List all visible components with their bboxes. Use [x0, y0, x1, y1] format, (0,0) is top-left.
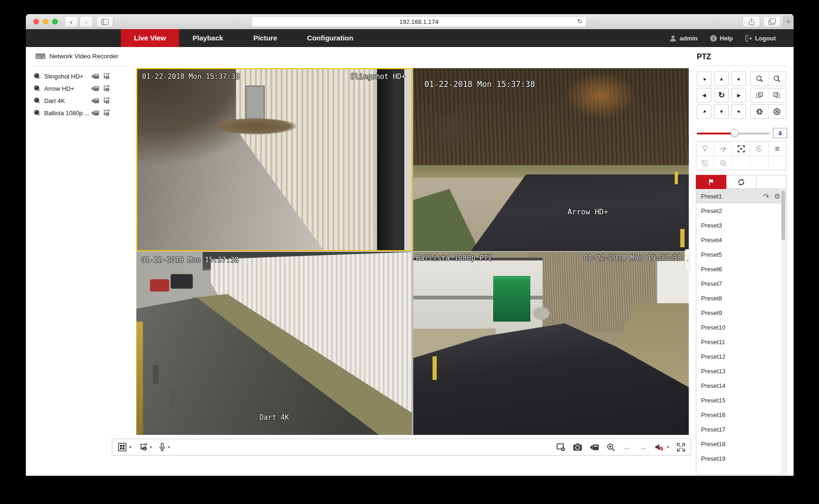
preset-item[interactable]: Preset18 [696, 437, 786, 451]
camera-item-dart[interactable]: Dart 4K 1 [33, 95, 131, 106]
set-preset-icon[interactable]: ⚙ [774, 189, 780, 204]
stream-type-button[interactable]: 1 [139, 443, 147, 451]
tab-pattern[interactable] [756, 175, 787, 189]
previous-page-button[interactable]: ← [623, 443, 631, 451]
panel-collapse-handle[interactable]: ‹ [685, 249, 691, 271]
video-cell-dart[interactable]: 01-22-2018 Mon 15:37:38 Dart 4K [136, 252, 412, 435]
next-page-button[interactable]: → [639, 443, 647, 451]
tab-patrol[interactable] [726, 175, 756, 189]
ptz-down-right-button[interactable]: ▲ [732, 104, 746, 119]
reload-icon[interactable]: ↻ [577, 17, 583, 25]
caret-down-icon[interactable]: ▾ [150, 445, 152, 449]
focus-near-button[interactable] [769, 88, 786, 102]
caret-down-icon[interactable]: ▾ [168, 445, 170, 449]
stream-switch-icon[interactable]: 1 [102, 110, 110, 116]
wiper-button[interactable] [714, 142, 732, 156]
help-button[interactable]: Help [710, 35, 733, 42]
preset-item[interactable]: Preset3 [696, 218, 786, 233]
tab-preset[interactable] [696, 175, 726, 189]
sidebar-toggle-button[interactable] [96, 16, 113, 27]
zoom-in-button[interactable] [769, 72, 786, 86]
ptz-right-button[interactable]: ▶ [732, 88, 746, 102]
auxiliary-focus-button[interactable] [732, 142, 750, 156]
record-icon[interactable] [92, 74, 99, 79]
manual-tracking-button[interactable] [696, 156, 714, 170]
preset-item[interactable]: Preset6 [696, 262, 786, 276]
preset-item[interactable]: Preset2 [696, 204, 786, 218]
preset-item[interactable]: Preset7 [696, 276, 786, 291]
preset-item[interactable]: Preset16 [696, 408, 786, 422]
zoom-window-button[interactable] [52, 19, 58, 24]
ptz-down-left-button[interactable]: ▲ [697, 104, 711, 119]
ptz-speed-value[interactable]: 4 [773, 128, 787, 138]
scrollbar-thumb[interactable] [781, 190, 785, 240]
tab-playback[interactable]: Playback [179, 29, 236, 47]
close-window-button[interactable] [33, 19, 39, 24]
iris-close-button[interactable] [751, 105, 769, 118]
preset-item[interactable]: Preset14 [696, 378, 786, 393]
share-button[interactable] [742, 16, 760, 27]
ptz-auto-scan-button[interactable]: ↻ [714, 88, 729, 102]
tab-overview-button[interactable] [763, 16, 781, 27]
stream-switch-icon[interactable]: 1 [102, 73, 110, 79]
minimize-window-button[interactable] [43, 19, 48, 24]
tab-live-view[interactable]: Live View [121, 29, 179, 47]
focus-far-button[interactable] [751, 88, 769, 102]
video-cell-arrow[interactable]: 01-22-2018 Mon 15:37:38 Arrow HD+ [413, 68, 689, 251]
iris-open-button[interactable] [769, 105, 786, 118]
iris-open-icon [773, 108, 780, 115]
preset-item[interactable]: Preset11 [696, 335, 786, 349]
record-button[interactable] [590, 444, 599, 450]
video-cell-slingshot[interactable]: 01-22-2018 Mon 15:37:38 Slingshot HD+ [136, 68, 412, 251]
digital-zoom-button[interactable] [607, 443, 615, 451]
tab-configuration[interactable]: Configuration [294, 29, 366, 47]
slider-thumb[interactable] [731, 129, 739, 137]
preset-scrollbar[interactable] [781, 189, 786, 474]
record-icon[interactable] [92, 86, 99, 91]
stream-switch-icon[interactable]: 1 [102, 85, 110, 92]
preset-item[interactable]: Preset4 [696, 233, 786, 247]
preset-item[interactable]: Preset13 [696, 364, 786, 378]
camera-item-arrow[interactable]: Arrow HD+ 1 [33, 83, 131, 94]
fullscreen-button[interactable] [677, 443, 685, 451]
ptz-up-right-button[interactable]: ▲ [732, 71, 746, 86]
preset-item[interactable]: Preset19 [696, 451, 786, 466]
record-icon[interactable] [92, 98, 99, 103]
zoom-out-button[interactable] [751, 72, 769, 86]
menu-button[interactable]: ≡ [769, 142, 786, 156]
two-way-audio-button[interactable] [159, 443, 165, 451]
light-button[interactable] [696, 142, 714, 156]
lens-initialization-button[interactable] [750, 142, 768, 156]
preset-item[interactable]: Preset12 [696, 349, 786, 364]
audio-button[interactable] [655, 443, 664, 451]
stop-all-button[interactable] [557, 443, 565, 451]
preset-item[interactable]: Preset17 [696, 422, 786, 437]
tab-picture[interactable]: Picture [236, 29, 294, 47]
address-bar[interactable]: 192.168.1.174 ↻ [252, 16, 586, 27]
ptz-left-button[interactable]: ◀ [697, 88, 711, 102]
video-cell-ballista[interactable]: Ballista 1080p PTZ 01-22-2018 Mon 15:37:… [413, 252, 689, 435]
preset-item[interactable]: Preset1↷⚙ [696, 189, 786, 204]
window-division-button[interactable] [118, 443, 126, 451]
caret-down-icon[interactable]: ▾ [129, 445, 132, 449]
caret-down-icon[interactable]: ▾ [667, 445, 669, 449]
camera-item-ballista[interactable]: Ballista 1080p ... 1 [33, 107, 131, 118]
record-icon[interactable] [92, 110, 99, 116]
preset-item[interactable]: Preset10 [696, 320, 786, 335]
capture-button[interactable] [573, 443, 582, 451]
call-preset-icon[interactable]: ↷ [763, 189, 769, 204]
ptz-down-button[interactable]: ▼ [714, 104, 729, 119]
preset-item[interactable]: Preset15 [696, 393, 786, 408]
preset-item[interactable]: Preset9 [696, 306, 786, 320]
logout-button[interactable]: Logout [745, 35, 776, 42]
browser-back-button[interactable]: ‹ [64, 16, 78, 27]
ptz-up-left-button[interactable]: ▲ [697, 71, 711, 86]
preset-item[interactable]: Preset5 [696, 247, 786, 262]
preset-item[interactable]: Preset8 [696, 291, 786, 306]
camera-item-slingshot[interactable]: Slingshot HD+ 1 [33, 71, 131, 82]
stream-switch-icon[interactable]: 1 [102, 97, 110, 104]
new-tab-button[interactable]: + [783, 16, 794, 28]
threed-zoom-button[interactable]: 3D [714, 156, 732, 170]
browser-forward-button[interactable]: › [79, 16, 93, 27]
ptz-up-button[interactable]: ▲ [714, 71, 729, 86]
